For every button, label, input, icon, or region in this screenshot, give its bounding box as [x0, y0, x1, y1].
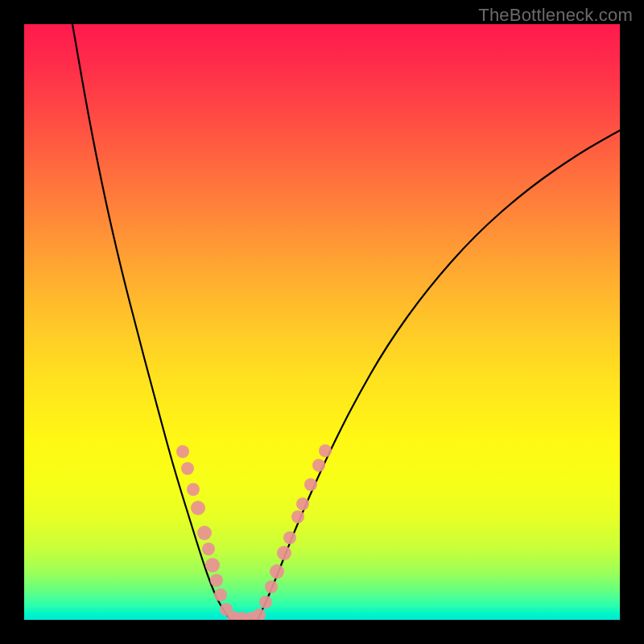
data-marker: [265, 580, 278, 593]
data-marker: [291, 510, 304, 523]
data-marker: [312, 459, 325, 472]
data-marker: [259, 596, 272, 609]
data-marker: [187, 483, 200, 496]
data-marker: [176, 445, 189, 458]
data-marker: [191, 501, 205, 515]
right-curve: [258, 130, 620, 620]
data-marker: [304, 478, 317, 491]
data-marker: [181, 462, 194, 475]
plot-area: [24, 24, 620, 620]
data-marker: [277, 546, 291, 560]
data-marker: [296, 497, 309, 510]
data-marker: [205, 558, 220, 572]
watermark-text: TheBottleneck.com: [478, 5, 633, 26]
curve-layer: [24, 24, 620, 620]
data-marker: [197, 526, 212, 540]
data-marker: [283, 531, 296, 544]
data-marker: [210, 574, 223, 587]
data-marker: [253, 609, 266, 620]
chart-frame: TheBottleneck.com: [0, 0, 644, 644]
data-marker: [202, 543, 215, 555]
marker-group: [176, 444, 332, 620]
data-marker: [319, 444, 332, 457]
data-marker: [270, 564, 284, 579]
data-marker: [214, 588, 227, 601]
